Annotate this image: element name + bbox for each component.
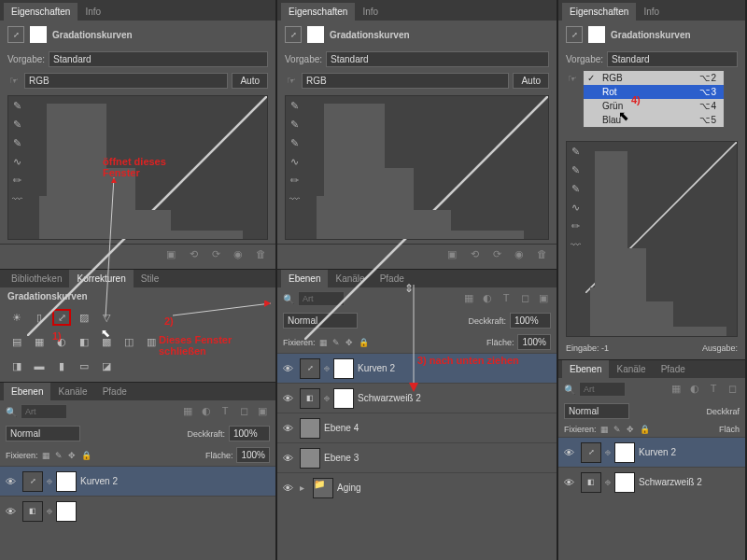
pencil-icon[interactable]: ✏ xyxy=(569,220,582,233)
channel-option-rgb[interactable]: ✓RGB⌥2 xyxy=(584,71,724,85)
filter-type-icon[interactable]: T xyxy=(706,383,721,396)
filter-shape-icon[interactable]: ◻ xyxy=(725,383,740,396)
tab-kanaele[interactable]: Kanäle xyxy=(609,360,653,378)
channel-option-rot[interactable]: Rot⌥3 xyxy=(584,85,724,99)
layer-kurven2[interactable]: 👁 ⤢ ⎆ Kurven 2 xyxy=(558,437,745,467)
adjustment-thumb: ⤢ xyxy=(581,442,601,463)
lock-all-icon[interactable]: 🔒 xyxy=(81,451,92,460)
auto-button[interactable]: Auto xyxy=(232,73,268,89)
wave-icon[interactable]: 〰 xyxy=(10,193,23,206)
visibility-toggle[interactable]: 👁 xyxy=(6,476,19,487)
channel-dropdown[interactable]: RGB xyxy=(24,73,228,89)
preset-dropdown[interactable]: Standard xyxy=(607,51,738,67)
eyedropper-gray-icon[interactable]: ✎ xyxy=(569,164,582,177)
tab-kanaele[interactable]: Kanäle xyxy=(50,383,94,400)
tab-ebenen[interactable]: Ebenen xyxy=(4,383,50,400)
tab-ebenen[interactable]: Ebenen xyxy=(562,360,609,378)
eyedropper-black-icon[interactable]: ✎ xyxy=(569,146,582,159)
layer-ebene3[interactable]: 👁 Ebene 3 xyxy=(277,442,557,472)
visibility-toggle[interactable]: 👁 xyxy=(6,506,19,517)
eyedropper-white-icon[interactable]: ✎ xyxy=(10,137,23,150)
channel-dropdown[interactable]: RGB xyxy=(302,73,509,89)
posterize-icon[interactable]: ▬ xyxy=(30,357,49,374)
pencil-icon[interactable]: ✏ xyxy=(10,175,23,188)
layer-schwarzweiss2[interactable]: 👁 ◧ ⎆ Schwarzweiß 2 xyxy=(558,467,745,497)
curves-icon: ⤢ xyxy=(285,26,302,43)
finger-icon[interactable]: ☞ xyxy=(7,75,21,88)
visibility-toggle[interactable]: 👁 xyxy=(283,453,296,464)
fill-input[interactable]: 100% xyxy=(236,447,270,463)
tab-eigenschaften[interactable]: Eigenschaften xyxy=(562,3,636,21)
curves-graph[interactable]: ✎ ✎ ✎ ∿ ✏ 〰 xyxy=(7,95,268,240)
channel-dropdown-open[interactable]: ✓RGB⌥2 Rot⌥3 Grün⌥4 Blau⌥5 xyxy=(583,70,725,128)
lock-brush-icon[interactable]: ✎ xyxy=(55,451,66,460)
filter-smart-icon[interactable]: ▣ xyxy=(255,405,270,418)
curve-tool-icon[interactable]: ∿ xyxy=(569,202,582,215)
layer-filter-input[interactable] xyxy=(21,404,67,419)
filter-shape-icon[interactable]: ◻ xyxy=(236,405,251,418)
brightness-icon[interactable]: ☀ xyxy=(7,309,26,326)
layer-schwarzweiss2[interactable]: 👁 ◧ ⎆ Schwarzweiß 2 xyxy=(277,383,557,413)
filter-adj-icon[interactable]: ◐ xyxy=(687,383,702,396)
lock-move-icon[interactable]: ✥ xyxy=(627,425,638,434)
visibility-toggle[interactable]: 👁 xyxy=(283,483,296,494)
eyedropper-black-icon[interactable]: ✎ xyxy=(288,100,301,113)
layer-label: Ebene 4 xyxy=(324,423,359,433)
wave-icon[interactable]: 〰 xyxy=(288,193,301,206)
lock-pixels-icon[interactable]: ▦ xyxy=(42,451,53,460)
selective-color-icon[interactable]: ◪ xyxy=(97,357,116,374)
preset-dropdown[interactable]: Standard xyxy=(326,51,549,67)
finger-icon[interactable]: ☞ xyxy=(285,75,298,88)
curve-tool-icon[interactable]: ∿ xyxy=(288,156,301,169)
lock-brush-icon[interactable]: ✎ xyxy=(613,425,625,434)
tab-info[interactable]: Info xyxy=(355,3,386,21)
eyedropper-gray-icon[interactable]: ✎ xyxy=(10,119,23,132)
curves-graph[interactable]: ✎ ✎ ✎ ∿ ✏ 〰 xyxy=(285,95,549,240)
curves-graph[interactable]: ✎ ✎ ✎ ∿ ✏ 〰 xyxy=(566,141,738,337)
vibrance-icon[interactable]: ▤ xyxy=(7,333,26,350)
invert-icon[interactable]: ◨ xyxy=(7,357,26,374)
tab-info[interactable]: Info xyxy=(636,3,667,21)
threshold-icon[interactable]: ▮ xyxy=(52,357,71,374)
opacity-input[interactable]: 100% xyxy=(229,426,270,441)
visibility-toggle[interactable]: 👁 xyxy=(283,423,296,434)
lock-move-icon[interactable]: ✥ xyxy=(68,451,79,460)
channel-option-gruen[interactable]: Grün⌥4 xyxy=(584,99,724,113)
lock-pixels-icon[interactable]: ▦ xyxy=(600,425,612,434)
layer-schwarzweiss2[interactable]: 👁 ◧ ⎆ xyxy=(0,496,275,525)
tab-eigenschaften[interactable]: Eigenschaften xyxy=(4,3,78,21)
wave-icon[interactable]: 〰 xyxy=(569,239,582,252)
visibility-toggle[interactable]: 👁 xyxy=(283,393,296,404)
eyedropper-white-icon[interactable]: ✎ xyxy=(569,183,582,196)
layer-kurven2[interactable]: 👁 ⤢ ⎆ Kurven 2 xyxy=(0,466,275,496)
layer-aging[interactable]: 👁 ▸ 📁 Aging xyxy=(277,472,557,502)
tab-eigenschaften[interactable]: Eigenschaften xyxy=(281,3,355,21)
fill-label: Fläch xyxy=(719,425,740,434)
filter-pixel-icon[interactable]: ▦ xyxy=(669,383,684,396)
tab-pfade[interactable]: Pfade xyxy=(654,360,693,378)
pencil-icon[interactable]: ✏ xyxy=(288,175,301,188)
tab-pfade[interactable]: Pfade xyxy=(95,383,134,400)
layer-filter-input[interactable] xyxy=(579,382,626,397)
visibility-toggle[interactable]: 👁 xyxy=(564,477,577,488)
visibility-toggle[interactable]: 👁 xyxy=(564,447,577,458)
filter-type-icon[interactable]: T xyxy=(218,405,233,418)
eyedropper-white-icon[interactable]: ✎ xyxy=(288,137,301,150)
curve-tool-icon[interactable]: ∿ xyxy=(10,156,23,169)
finger-icon[interactable]: ☞ xyxy=(566,73,579,86)
preset-dropdown[interactable]: Standard xyxy=(49,51,268,67)
eyedropper-black-icon[interactable]: ✎ xyxy=(10,100,23,113)
layer-kurven2[interactable]: 👁 ⤢ ⎆ Kurven 2 xyxy=(277,353,557,383)
tab-info[interactable]: Info xyxy=(78,3,108,21)
auto-button[interactable]: Auto xyxy=(513,73,549,89)
gradient-map-icon[interactable]: ▭ xyxy=(75,357,93,374)
eyedropper-gray-icon[interactable]: ✎ xyxy=(288,119,301,132)
lock-all-icon[interactable]: 🔒 xyxy=(640,425,651,434)
blend-mode-dropdown[interactable]: Normal xyxy=(6,426,80,441)
layer-ebene4[interactable]: 👁 Ebene 4 xyxy=(277,413,557,442)
filter-adj-icon[interactable]: ◐ xyxy=(199,405,214,418)
channel-option-blau[interactable]: Blau⌥5 xyxy=(584,113,724,127)
visibility-toggle[interactable]: 👁 xyxy=(283,363,296,374)
blend-mode-dropdown[interactable]: Normal xyxy=(564,403,629,419)
filter-pixel-icon[interactable]: ▦ xyxy=(180,405,195,418)
